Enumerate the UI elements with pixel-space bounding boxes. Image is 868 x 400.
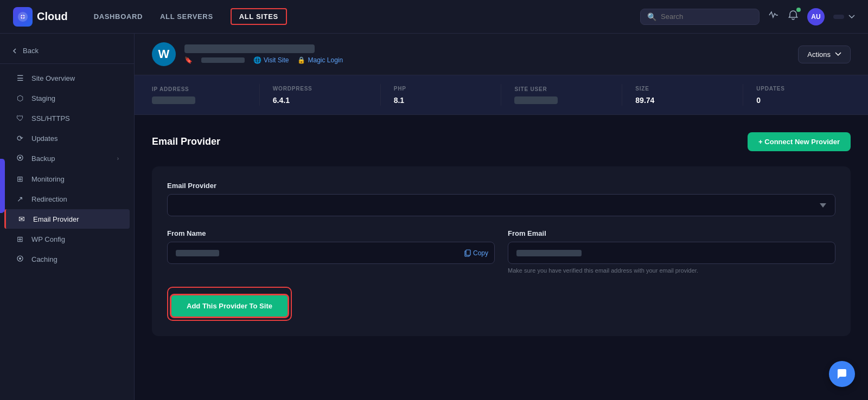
lock-icon: 🔒 (297, 56, 305, 64)
from-name-input-wrapper: Copy (167, 242, 495, 264)
stat-ip-label: IP ADDRESS (152, 86, 246, 92)
stat-wp-value: 6.4.1 (273, 96, 367, 105)
search-box[interactable]: 🔍 (640, 9, 760, 25)
notification-icon[interactable] (788, 10, 799, 23)
svg-point-1 (19, 157, 21, 159)
sidebar-item-label: Staging (31, 94, 119, 102)
stat-divider-3 (501, 84, 501, 106)
redirection-icon: ↗ (15, 195, 25, 203)
stat-php-value: 8.1 (394, 96, 488, 105)
backup-arrow-icon: › (117, 156, 119, 162)
email-provider-header: Email Provider + Connect New Provider (152, 132, 851, 151)
copy-from-name-button[interactable]: Copy (464, 249, 488, 257)
sidebar-item-label: Redirection (31, 195, 119, 203)
provider-select-group: Email Provider (167, 182, 835, 216)
sidebar-back-btn[interactable]: Back (0, 42, 134, 64)
monitoring-icon: ⊞ (15, 175, 25, 183)
site-tag-blur (201, 57, 245, 63)
feedback-tab[interactable]: Feedback ✦ (0, 158, 5, 212)
stat-php-label: PHP (394, 86, 488, 92)
sidebar-item-backup[interactable]: Backup › (4, 149, 130, 169)
magic-login-label: Magic Login (308, 56, 343, 64)
copy-label: Copy (473, 249, 488, 257)
user-name (833, 15, 844, 19)
magic-login-link[interactable]: 🔒 Magic Login (297, 56, 343, 64)
svg-rect-5 (466, 250, 470, 255)
chat-bubble[interactable] (829, 361, 855, 387)
sidebar-item-ssl[interactable]: 🛡 SSL/HTTPS (4, 108, 130, 128)
email-provider-form: Email Provider From Name Copy (152, 166, 851, 336)
email-provider-icon: ✉ (17, 215, 27, 223)
activity-icon[interactable] (768, 10, 779, 23)
stat-divider-5 (743, 84, 743, 106)
sidebar-item-label: WP Config (31, 235, 119, 243)
from-name-blur (176, 250, 219, 256)
add-provider-button[interactable]: Add This Provider To Site (170, 294, 289, 318)
ssl-icon: 🛡 (15, 114, 25, 122)
stat-updates: UPDATES 0 (756, 86, 851, 105)
connect-btn-label: + Connect New Provider (758, 138, 840, 146)
sidebar-item-site-overview[interactable]: ☰ Site Overview (4, 68, 130, 88)
stat-updates-label: UPDATES (756, 86, 851, 92)
sidebar-item-label: SSL/HTTPS (31, 114, 119, 122)
stat-site-user: SITE USER (514, 86, 609, 104)
site-links: 🔖 🌐 Visit Site 🔒 Magic Login (184, 56, 343, 64)
sidebar-item-updates[interactable]: ⟳ Updates (4, 128, 130, 148)
user-area[interactable] (833, 15, 855, 19)
from-email-blur (516, 250, 582, 256)
stat-size-value: 89.74 (635, 96, 730, 105)
site-header-left: W 🔖 🌐 Visit Site 🔒 Magic Login (152, 42, 343, 66)
sidebar-item-label: Caching (31, 255, 119, 263)
sidebar-item-staging[interactable]: ⬡ Staging (4, 88, 130, 108)
nav-links: DASHBOARD ALL SERVERS ALL SITES (94, 8, 640, 25)
provider-select[interactable] (167, 194, 835, 216)
actions-button[interactable]: Actions (798, 46, 851, 63)
nav-all-servers[interactable]: ALL SERVERS (160, 12, 213, 21)
from-email-label: From Email (508, 229, 835, 237)
stat-divider-2 (380, 84, 381, 106)
avatar[interactable]: AU (807, 8, 825, 25)
sidebar-item-monitoring[interactable]: ⊞ Monitoring (4, 169, 130, 189)
stat-user-value (514, 96, 558, 104)
sidebar-item-wp-config[interactable]: ⊞ WP Config (4, 229, 130, 249)
sidebar-item-label: Backup (31, 154, 111, 163)
from-email-group: From Email Make sure you have verified t… (508, 229, 835, 274)
sidebar-item-email-provider[interactable]: ✉ Email Provider (4, 209, 130, 229)
sidebar-item-label: Email Provider (33, 215, 119, 223)
globe-icon: 🌐 (253, 56, 261, 64)
actions-label: Actions (807, 50, 831, 59)
stats-bar: IP ADDRESS WORDPRESS 6.4.1 PHP 8.1 SITE … (135, 75, 868, 115)
stat-wp-label: WORDPRESS (273, 86, 367, 92)
sidebar-item-caching[interactable]: Caching (4, 249, 130, 269)
search-input[interactable] (661, 12, 752, 21)
staging-icon: ⬡ (15, 94, 25, 102)
updates-icon: ⟳ (15, 134, 25, 143)
site-info: 🔖 🌐 Visit Site 🔒 Magic Login (184, 44, 343, 64)
site-name (184, 44, 315, 53)
main-content: W 🔖 🌐 Visit Site 🔒 Magic Login (135, 34, 868, 400)
from-name-label: From Name (167, 229, 495, 237)
email-hint: Make sure you have verified this email a… (508, 267, 835, 274)
stat-user-label: SITE USER (514, 86, 609, 92)
stat-divider-4 (622, 84, 622, 106)
page-layout: Back ☰ Site Overview ⬡ Staging 🛡 SSL/HTT… (0, 34, 868, 400)
feedback-label: Feedback (0, 175, 1, 205)
top-nav: Cloud DASHBOARD ALL SERVERS ALL SITES 🔍 … (0, 0, 868, 34)
sidebar-item-redirection[interactable]: ↗ Redirection (4, 189, 130, 209)
site-tag-icon: 🔖 (184, 56, 193, 64)
nav-all-sites[interactable]: ALL SITES (231, 8, 287, 25)
from-fields-row: From Name Copy From Email (167, 229, 835, 274)
stat-ip-value (152, 96, 195, 104)
provider-label: Email Provider (167, 182, 835, 190)
nav-dashboard[interactable]: DASHBOARD (94, 12, 143, 21)
logo[interactable]: Cloud (13, 7, 68, 27)
connect-new-provider-button[interactable]: + Connect New Provider (748, 132, 851, 151)
section-title: Email Provider (152, 136, 220, 147)
visit-site-label: Visit Site (264, 56, 289, 64)
logo-icon (13, 7, 33, 27)
page-content: Email Provider + Connect New Provider Em… (135, 115, 868, 353)
search-icon: 🔍 (647, 12, 656, 21)
stat-updates-value: 0 (756, 96, 851, 105)
visit-site-link[interactable]: 🌐 Visit Site (253, 56, 289, 64)
svg-point-3 (19, 257, 21, 260)
